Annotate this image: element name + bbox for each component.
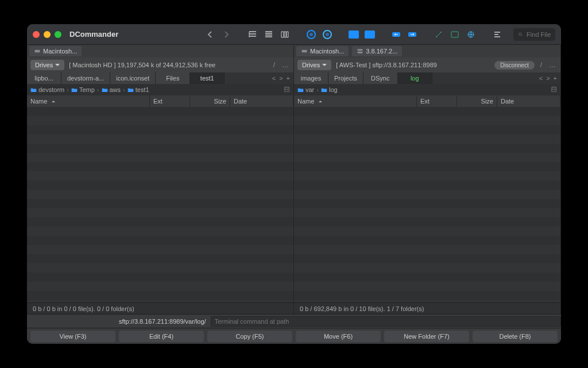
- breadcrumb-segment[interactable]: aws: [102, 86, 121, 93]
- swap-left-icon[interactable]: [389, 28, 403, 41]
- view-columns-icon[interactable]: [278, 28, 292, 41]
- table-row[interactable]: [unattended-upgrades]Aug 14 12:46: [294, 171, 560, 181]
- view-list-icon[interactable]: [246, 28, 260, 41]
- globe-icon[interactable]: [464, 28, 478, 41]
- dir-tab[interactable]: test1: [190, 72, 225, 84]
- dir-tab[interactable]: lipbo...: [27, 72, 61, 84]
- table-row[interactable]: kernlog54,038Aug 14 12:52: [294, 236, 560, 245]
- tab-prev[interactable]: <: [272, 75, 276, 82]
- fn-button[interactable]: Edit (F4): [119, 331, 204, 342]
- table-row[interactable]: wtmp3,456Aug 14 12:48: [294, 263, 560, 273]
- history-next-left[interactable]: …: [281, 61, 290, 69]
- tab-prev[interactable]: <: [539, 75, 543, 82]
- table-row[interactable]: [landscape]Aug 14 12:47: [294, 153, 560, 162]
- search-box[interactable]: [513, 28, 555, 41]
- dir-tab[interactable]: Projects: [328, 72, 363, 84]
- file-icon: [297, 255, 304, 262]
- table-row[interactable]: btmp0Jun 10 10:47: [294, 190, 560, 199]
- table-row[interactable]: [..]: [27, 107, 293, 116]
- history-next-right[interactable]: …: [548, 61, 557, 69]
- dir-tab[interactable]: devstorm-a...: [61, 72, 110, 84]
- col-ext-left[interactable]: Ext: [150, 95, 190, 107]
- breadcrumb-segment[interactable]: Temp: [71, 86, 95, 93]
- device-tab-left[interactable]: Macintosh...: [29, 46, 82, 56]
- sync-left-icon[interactable]: [304, 28, 318, 41]
- dir-tab[interactable]: DSync: [363, 72, 398, 84]
- col-size-right[interactable]: Size: [457, 95, 497, 107]
- dir-tab[interactable]: log: [398, 72, 432, 84]
- table-row[interactable]: [journal]Aug 14 12:46: [294, 144, 560, 153]
- tab-new[interactable]: +: [287, 75, 290, 82]
- svg-rect-9: [358, 49, 363, 51]
- disconnect-button[interactable]: Disconnect: [494, 61, 534, 70]
- view-detail-icon[interactable]: [262, 28, 276, 41]
- network-icon[interactable]: [432, 28, 446, 41]
- fn-button[interactable]: New Folder (F7): [384, 331, 469, 342]
- col-date-left[interactable]: Date: [230, 95, 293, 107]
- file-icon: [297, 191, 304, 198]
- tab-new[interactable]: +: [554, 75, 557, 82]
- nav-back-button[interactable]: [203, 28, 217, 41]
- svg-point-6: [519, 33, 521, 35]
- table-row[interactable]: cloud-initlog161,331Aug 14 12:46: [294, 208, 560, 217]
- breadcrumb-segment[interactable]: log: [321, 86, 338, 93]
- col-size-left[interactable]: Size: [190, 95, 230, 107]
- drives-button-right[interactable]: Drives: [297, 60, 331, 70]
- fn-button[interactable]: Move (F6): [296, 331, 381, 342]
- table-row[interactable]: [dist-upgrade]Apr 14 17:21: [294, 135, 560, 144]
- history-prev-right[interactable]: /: [539, 61, 543, 69]
- breadcrumb-segment[interactable]: test1: [127, 86, 149, 93]
- tab-next[interactable]: >: [546, 75, 550, 82]
- columns-row: Name Ext Size Date Name Ext Size Date: [27, 95, 561, 107]
- col-date-right[interactable]: Date: [497, 95, 560, 107]
- table-row[interactable]: [apt]Jun 10 10:50: [294, 125, 560, 135]
- fn-button[interactable]: View (F3): [30, 331, 115, 342]
- align-icon[interactable]: [490, 28, 504, 41]
- tab-next[interactable]: >: [279, 75, 283, 82]
- maximize-button[interactable]: [55, 31, 61, 38]
- col-ext-right[interactable]: Ext: [417, 95, 457, 107]
- table-row[interactable]: lastlog292,292Aug 14 12:48: [294, 245, 560, 254]
- table-row[interactable]: syslog107,785Aug 14 13:18: [294, 254, 560, 263]
- device-tab-right-2[interactable]: 3.8.167.2...: [352, 46, 402, 56]
- file-icon: [297, 218, 304, 225]
- panel-left-icon[interactable]: [347, 28, 361, 41]
- swap-right-icon[interactable]: [405, 28, 419, 41]
- panel-right-icon[interactable]: [363, 28, 377, 41]
- dir-tab[interactable]: images: [294, 72, 328, 84]
- device-tab-right-1[interactable]: Macintosh...: [296, 46, 349, 56]
- folder-icon: [30, 87, 37, 93]
- fn-button[interactable]: Delete (F8): [473, 331, 558, 342]
- minimize-button[interactable]: [44, 31, 51, 38]
- dir-tab[interactable]: Files: [156, 72, 190, 84]
- command-input[interactable]: [211, 316, 561, 327]
- breadcrumb-segment[interactable]: devstorm: [30, 86, 64, 93]
- folder-icon: [71, 87, 78, 93]
- table-row[interactable]: dpkglog19,667Jun 10 10:50: [294, 227, 560, 236]
- info-row: Drives [ Macintosh HD ] 19,197,504 k of …: [27, 57, 561, 72]
- col-name-left[interactable]: Name: [27, 95, 150, 107]
- drives-button-left[interactable]: Drives: [30, 60, 64, 70]
- dir-tab[interactable]: icon.iconset: [110, 72, 156, 84]
- breadcrumb-segment[interactable]: var: [297, 86, 314, 93]
- table-row[interactable]: dmesg41,311Aug 14 12:46: [294, 217, 560, 227]
- folder-icon: [297, 87, 304, 93]
- fn-button[interactable]: Copy (F5): [207, 331, 292, 342]
- bookmark-icon[interactable]: [448, 28, 462, 41]
- col-name-right[interactable]: Name: [294, 95, 417, 107]
- table-row[interactable]: cloud-init-outputlog4,720Aug 14 12:46: [294, 199, 560, 208]
- table-row[interactable]: [..]: [294, 107, 560, 116]
- nav-forward-button[interactable]: [219, 28, 233, 41]
- table-row[interactable]: whatsnewhtml13,4992022/06/24 08:20: [27, 116, 293, 125]
- search-input[interactable]: [527, 31, 551, 38]
- bookmark-icon[interactable]: [284, 86, 290, 94]
- table-row[interactable]: [private]Aug 14 12:46: [294, 162, 560, 171]
- up-dir-icon: [297, 108, 304, 115]
- table-row[interactable]: authlog8,249Aug 14 13:18: [294, 181, 560, 190]
- table-row[interactable]: [amazon]Aug 14 12:46: [294, 116, 560, 125]
- bookmark-icon[interactable]: [551, 86, 557, 94]
- close-button[interactable]: [33, 31, 40, 38]
- file-lists: [..]whatsnewhtml13,4992022/06/24 08:20 […: [27, 107, 561, 302]
- sync-right-icon[interactable]: [320, 28, 334, 41]
- history-prev-left[interactable]: /: [272, 61, 276, 69]
